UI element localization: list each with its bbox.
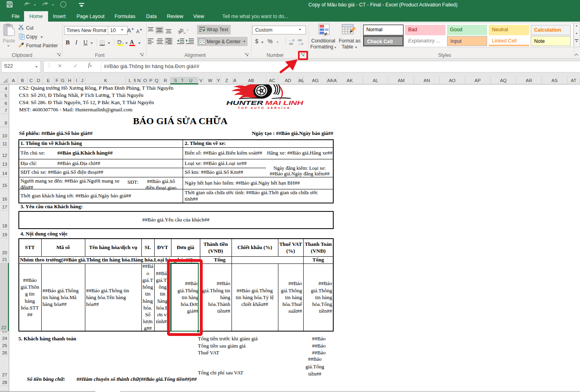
svg-text:≠: ≠	[324, 30, 327, 37]
svg-text:MAI LINH: MAI LINH	[265, 100, 304, 106]
svg-text:HUNTER: HUNTER	[226, 100, 264, 106]
svg-text:ab: ab	[177, 27, 185, 34]
svg-text:TOP AUTO SERVICE: TOP AUTO SERVICE	[238, 107, 291, 109]
